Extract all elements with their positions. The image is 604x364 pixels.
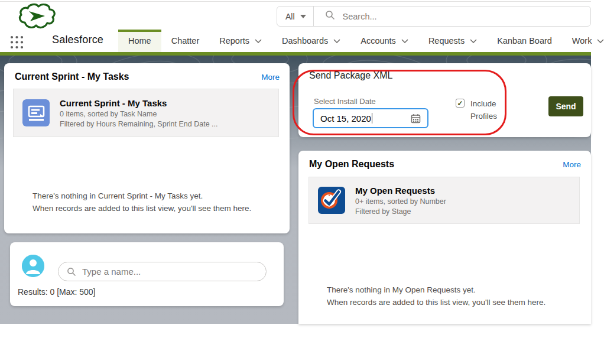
search-scope-label: All [285, 12, 295, 21]
include-profiles-checkbox[interactable]: ✓ [456, 99, 465, 108]
my-open-requests-card: My Open Requests More My Open Requests 0… [298, 151, 591, 324]
list-view-banner[interactable]: My Open Requests 0+ items, sorted by Num… [309, 177, 580, 224]
install-date-field[interactable]: Oct 15, 2020 [313, 108, 428, 128]
name-search-box [58, 262, 267, 281]
list-view-banner[interactable]: Current Sprint - My Tasks 0 items, sorte… [13, 89, 279, 137]
app-name: Salesforce [52, 34, 103, 46]
global-search-input[interactable] [343, 12, 590, 21]
tab-work[interactable]: Work [562, 30, 604, 52]
current-sprint-card: Current Sprint - My Tasks More Current S… [4, 63, 290, 233]
company-cloud-logo [17, 2, 57, 32]
send-button[interactable]: Send [548, 96, 583, 116]
search-icon [325, 10, 335, 22]
app-launcher-icon[interactable] [9, 35, 24, 52]
caret-down-icon [300, 15, 306, 18]
install-date-label: Select Install Date [314, 97, 376, 106]
send-package-card: Send Package XML Select Install Date Oct… [298, 63, 591, 137]
list-view-filter-info: Filtered by Hours Remaining, Sprint End … [60, 120, 217, 128]
list-view-sort-info: 0+ items, sorted by Number [355, 197, 446, 206]
tab-kanban-board[interactable]: Kanban Board [487, 30, 562, 52]
search-icon [67, 267, 76, 277]
list-view-title: My Open Requests [355, 186, 446, 196]
name-lookup-card: Results: 0 [Max: 500] [10, 242, 284, 306]
list-view-sort-info: 0 items, sorted by Task Name [60, 110, 217, 118]
global-search-bar: All [277, 6, 591, 27]
include-profiles-option: ✓ Include Profiles [456, 99, 509, 122]
home-content-area: Current Sprint - My Tasks More Current S… [0, 56, 591, 324]
chevron-down-icon [401, 39, 408, 43]
header-divider [0, 1, 591, 2]
chevron-down-icon [255, 39, 262, 43]
tab-accounts[interactable]: Accounts [350, 30, 418, 52]
card-title: Current Sprint - My Tasks [15, 72, 129, 82]
name-search-input[interactable] [82, 266, 266, 277]
search-scope-selector[interactable]: All [277, 6, 313, 26]
nav-tabs: Home Chatter Reports Dashboards Accounts… [118, 30, 604, 52]
search-divider [313, 6, 314, 26]
empty-line-2: When records are added to this list view… [327, 296, 545, 308]
install-date-value: Oct 15, 2020 [320, 113, 371, 124]
chevron-down-icon [333, 39, 340, 43]
requests-clock-check-icon [318, 187, 345, 214]
results-count: Results: 0 [Max: 500] [18, 287, 96, 297]
chevron-down-icon [597, 39, 604, 43]
chevron-down-icon [470, 39, 477, 43]
card-title: My Open Requests [309, 159, 394, 170]
user-avatar-icon [22, 255, 44, 277]
empty-state-text: There's nothing in Current Sprint - My T… [33, 190, 251, 214]
empty-line-1: There's nothing in My Open Requests yet. [327, 284, 545, 296]
tasks-list-icon [22, 99, 50, 126]
empty-state-text: There's nothing in My Open Requests yet.… [327, 284, 545, 308]
navigation-bar: Salesforce Home Chatter Reports Dashboar… [0, 30, 591, 52]
empty-line-2: When records are added to this list view… [33, 202, 251, 214]
tab-dashboards[interactable]: Dashboards [272, 30, 350, 52]
salesforce-app-window: All Salesforce Home Chatter Reports Dash… [0, 0, 591, 324]
tab-home[interactable]: Home [118, 30, 161, 52]
tab-chatter[interactable]: Chatter [161, 30, 210, 52]
empty-line-1: There's nothing in Current Sprint - My T… [33, 190, 251, 202]
calendar-icon[interactable] [411, 113, 421, 124]
more-link[interactable]: More [261, 73, 280, 82]
tab-requests[interactable]: Requests [418, 30, 487, 52]
tab-reports[interactable]: Reports [209, 30, 272, 52]
card-title: Send Package XML [309, 70, 392, 81]
list-view-title: Current Sprint - My Tasks [60, 98, 217, 108]
include-profiles-label: Include Profiles [470, 98, 509, 122]
more-link[interactable]: More [563, 160, 581, 169]
list-view-filter-info: Filtered by Stage [355, 207, 446, 216]
text-cursor [372, 113, 372, 124]
